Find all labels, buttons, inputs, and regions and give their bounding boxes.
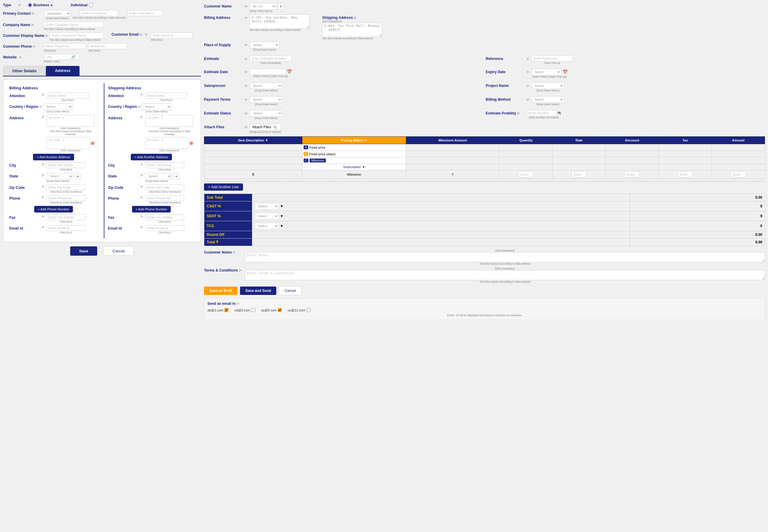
- state-shipping-select[interactable]: Select: [145, 173, 172, 180]
- est-prob-input[interactable]: [526, 110, 556, 116]
- add-phone-billing-btn[interactable]: + Add Phone Number: [34, 206, 73, 213]
- cancel-button[interactable]: Cancel: [103, 246, 134, 256]
- terms-textarea[interactable]: [245, 270, 765, 280]
- attention-shipping-input[interactable]: [145, 93, 187, 99]
- save-draft-btn[interactable]: Save as Draft: [204, 287, 238, 295]
- estimate-input[interactable]: [250, 55, 292, 61]
- street2-shipping-delete[interactable]: ⊗: [189, 140, 193, 146]
- expiry-date-select[interactable]: Select: [531, 69, 561, 75]
- tab-other-details[interactable]: Other Details: [3, 66, 46, 76]
- pricing-row-b: B Fixed price (days): [204, 151, 765, 157]
- country-billing-select[interactable]: Select: [43, 103, 73, 110]
- add-line-btn[interactable]: + Add Another Line: [204, 183, 243, 191]
- street1-billing[interactable]: [46, 115, 94, 127]
- street2-shipping[interactable]: [145, 137, 189, 149]
- billing-method-select[interactable]: Select: [531, 96, 564, 103]
- csgt-value: 9: [630, 201, 765, 211]
- fax-shipping-input[interactable]: [145, 214, 184, 220]
- email-item-0[interactable]: ab@1.com: [207, 308, 228, 312]
- email-check-0[interactable]: [225, 308, 228, 312]
- customer-name-select[interactable]: Mr. Gh: [250, 3, 277, 10]
- company-name-input[interactable]: [44, 22, 104, 28]
- email-check-1[interactable]: [252, 308, 255, 312]
- customer-notes-textarea[interactable]: [245, 252, 765, 262]
- row-discount[interactable]: [606, 170, 659, 179]
- add-another-billing-btn[interactable]: + Add Another Address: [33, 154, 74, 160]
- reference-input[interactable]: [531, 55, 573, 61]
- state-billing-add[interactable]: +: [75, 173, 81, 180]
- phone-billing-input[interactable]: [46, 195, 85, 201]
- individual-radio[interactable]: [89, 3, 93, 7]
- csgt-select[interactable]: Select: [255, 203, 279, 210]
- zip-shipping-input[interactable]: [145, 184, 184, 190]
- mobile-input[interactable]: [88, 43, 127, 49]
- est-date-input[interactable]: 16 / 05 / 2022: [250, 69, 286, 75]
- row-quantity[interactable]: [499, 170, 552, 179]
- tcs-select[interactable]: Select: [255, 223, 279, 229]
- est-status-select[interactable]: Select: [250, 110, 283, 117]
- first-name-input[interactable]: [79, 10, 118, 16]
- link-input[interactable]: [46, 55, 70, 59]
- business-radio[interactable]: [28, 3, 32, 7]
- state-shipping-add[interactable]: +: [173, 173, 179, 180]
- salesperson-select[interactable]: Select: [250, 82, 283, 89]
- subtotal-value: 0.00: [630, 194, 765, 201]
- row-tax[interactable]: [659, 170, 712, 179]
- business-radio-label[interactable]: Business ●: [28, 3, 53, 7]
- work-phone-input[interactable]: [44, 43, 86, 49]
- fax-billing-input[interactable]: [46, 214, 85, 220]
- phone-shipping-input[interactable]: [145, 195, 184, 201]
- email-item-3[interactable]: uv@11.com: [288, 308, 311, 312]
- individual-radio-label[interactable]: Individual: [71, 3, 93, 7]
- email-shipping-input[interactable]: [145, 225, 184, 231]
- pricing-d: Subscription ▼: [302, 164, 406, 170]
- place-supply-select[interactable]: Select: [250, 42, 280, 48]
- city-billing-input[interactable]: [46, 162, 85, 168]
- email-check-2[interactable]: [278, 308, 282, 312]
- phone-billing-label: Phone: [9, 195, 39, 201]
- est-status-label: Estimate Status: [204, 110, 243, 115]
- row-amount[interactable]: [712, 170, 765, 179]
- csgt-label: CSGT %: [204, 201, 252, 211]
- add-phone-shipping-btn[interactable]: + Add Phone Number: [132, 206, 171, 213]
- csgt-chevron: ▼: [280, 204, 284, 208]
- country-shipping-select[interactable]: Select: [141, 103, 171, 110]
- state-billing-select[interactable]: Select: [46, 173, 73, 180]
- customer-email-input[interactable]: [150, 32, 193, 38]
- right-bottom-btns: Save as Draft Save and Send Cancel: [204, 286, 765, 295]
- street2-billing[interactable]: [46, 137, 90, 149]
- expiry-date-label: Expiry Date: [486, 69, 525, 74]
- sgst-select[interactable]: Select: [255, 213, 279, 219]
- shipping-addr-hint: Text Box resizes according to data enter…: [322, 37, 373, 40]
- row-rate[interactable]: [552, 170, 606, 179]
- zip-billing-input[interactable]: [46, 184, 85, 190]
- state-billing-label: State: [9, 173, 39, 178]
- email-billing-input[interactable]: [46, 225, 85, 231]
- calendar-icon[interactable]: 📅: [287, 69, 292, 74]
- street2-billing-delete[interactable]: ⊗: [91, 140, 94, 146]
- attention-billing-input[interactable]: [46, 93, 88, 99]
- email-item-2[interactable]: qr@9.com: [261, 308, 282, 312]
- add-another-shipping-btn[interactable]: + Add Another Address: [131, 154, 171, 160]
- street1-shipping[interactable]: [145, 115, 193, 127]
- save-button[interactable]: Save: [70, 246, 97, 256]
- expiry-calendar-icon[interactable]: 📅: [562, 70, 567, 74]
- street1-shipping-resize-hint: (Text Box resizes according to data ente…: [145, 130, 193, 136]
- tab-address[interactable]: Address: [46, 66, 79, 76]
- customer-name-add[interactable]: +: [278, 3, 284, 10]
- city-shipping-input[interactable]: [145, 162, 184, 168]
- shipping-addr-textarea[interactable]: H-804, Ten Park Mall, Mumbai - 400033: [322, 23, 382, 37]
- customer-display-input[interactable]: [49, 32, 103, 38]
- project-name-select[interactable]: Select: [531, 82, 564, 89]
- salutation-select[interactable]: Salutation: [44, 10, 71, 17]
- billing-addr-textarea[interactable]: A-505, One Gardens, New Delhi-100021: [250, 14, 310, 28]
- email-item-1[interactable]: cd@2.com: [234, 308, 255, 312]
- email-check-3[interactable]: [307, 308, 311, 312]
- last-name-input[interactable]: [127, 10, 163, 16]
- row-milestone: Y: [406, 170, 499, 179]
- r-cancel-btn[interactable]: Cancel: [279, 286, 301, 295]
- payment-terms-select[interactable]: Select: [250, 96, 283, 103]
- save-send-btn[interactable]: Save and Send: [240, 287, 276, 295]
- expiry-date-hint: (Date Picker) (Open Pop-up): [531, 75, 567, 78]
- pricing-c: C Milestone: [302, 157, 406, 164]
